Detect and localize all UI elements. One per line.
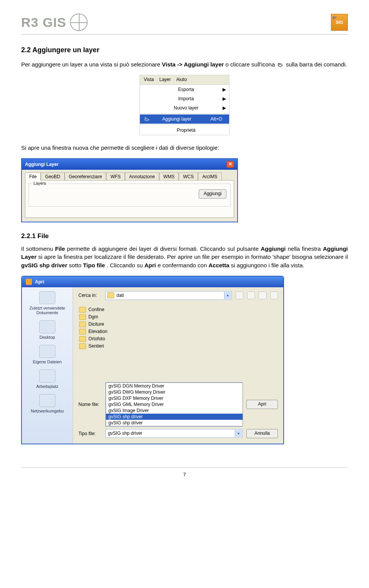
tipo-file-combo[interactable]: gvSIG shp driver ▾ bbox=[105, 429, 243, 438]
lookin-combo[interactable]: dati ▾ bbox=[105, 291, 232, 300]
chevron-right-icon: ▶ bbox=[221, 96, 226, 101]
globe-icon bbox=[70, 13, 88, 31]
menu-vista[interactable]: Vista bbox=[144, 77, 154, 82]
lookin-label: Cerca in: bbox=[78, 293, 101, 298]
chevron-down-icon[interactable]: ▾ bbox=[224, 292, 231, 299]
chevron-down-icon[interactable]: ▾ bbox=[235, 430, 242, 437]
tab-geobd[interactable]: GeoBD bbox=[41, 172, 64, 181]
dialog-aggiungi-layer: Aggiungi Layer ✕ File GeoBD Georeferenzi… bbox=[21, 158, 238, 222]
gvsig-badge: gv SIG bbox=[331, 14, 348, 31]
page-number: 7 bbox=[183, 472, 186, 477]
name-label: Nome file: bbox=[78, 402, 101, 407]
menu-item-esporta[interactable]: Esporta ▶ bbox=[140, 85, 229, 94]
driver-option[interactable]: gvSIG DGN Memory Driver bbox=[106, 383, 243, 389]
annulla-button[interactable]: Annulla bbox=[246, 429, 278, 438]
place-recent[interactable]: Zuletzt verwendete Dokumente bbox=[24, 291, 70, 315]
menu-item-importa[interactable]: Importa ▶ bbox=[140, 94, 229, 103]
tab-strip: File GeoBD Georeferenziare WFS Annotazio… bbox=[22, 170, 237, 180]
folder-item[interactable]: Sentieri bbox=[79, 343, 278, 349]
new-folder-icon[interactable] bbox=[247, 292, 255, 299]
driver-option-selected[interactable]: gvSIG shp driver bbox=[106, 414, 243, 420]
add-layer-icon bbox=[143, 116, 151, 122]
folder-icon bbox=[79, 343, 86, 349]
apri-button[interactable]: Apri bbox=[246, 400, 278, 409]
driver-option[interactable]: gvSIG GML Memory Driver bbox=[106, 401, 243, 407]
menu-item-nuovo-layer[interactable]: Nuovo layer ▶ bbox=[140, 103, 229, 113]
up-folder-icon[interactable] bbox=[236, 292, 243, 299]
section-title: 2.2 Aggiungere un layer bbox=[21, 46, 348, 54]
aggiungi-button[interactable]: Aggiungi bbox=[199, 189, 226, 199]
folder-icon bbox=[79, 329, 86, 335]
folder-icon bbox=[79, 336, 86, 342]
vista-menu: Vista Layer Aiuto Esporta ▶ Importa ▶ Nu… bbox=[140, 75, 229, 135]
menu-item-proprieta[interactable]: Proprietá bbox=[140, 126, 229, 135]
folder-icon bbox=[79, 321, 86, 327]
tab-wms[interactable]: WMS bbox=[159, 172, 179, 181]
driver-option[interactable]: gvSIG shp driver bbox=[106, 420, 243, 426]
folder-icon bbox=[79, 307, 86, 313]
folder-list: Confine Dgm Diciture Elevation Ortofoto … bbox=[78, 305, 278, 380]
add-layer-icon bbox=[277, 62, 283, 68]
apri-app-icon bbox=[26, 279, 32, 285]
tab-georef[interactable]: Georeferenziare bbox=[65, 172, 106, 181]
folder-item[interactable]: Elevation bbox=[79, 329, 278, 335]
page-footer: 7 bbox=[21, 467, 348, 477]
folder-item[interactable]: Dgm bbox=[79, 314, 278, 320]
folder-item[interactable]: Diciture bbox=[79, 321, 278, 327]
menu-layer[interactable]: Layer bbox=[159, 77, 171, 82]
dialog-titlebar: Aggiungi Layer ✕ bbox=[22, 159, 237, 170]
chevron-right-icon: ▶ bbox=[221, 87, 226, 92]
tab-file[interactable]: File bbox=[25, 172, 41, 181]
close-icon[interactable]: ✕ bbox=[226, 161, 234, 168]
place-computer[interactable]: Arbeitsplatz bbox=[24, 369, 70, 389]
tab-annot[interactable]: Annotazione bbox=[125, 172, 159, 181]
brand-logo: R3 GIS bbox=[21, 13, 88, 31]
tab-wcs[interactable]: WCS bbox=[179, 172, 198, 181]
dialog-titlebar: Apri bbox=[22, 277, 283, 287]
page-header: R3 GIS gv SIG bbox=[21, 13, 348, 35]
tab-arcims[interactable]: ArcIMS bbox=[198, 172, 221, 181]
menu-aiuto[interactable]: Aiuto bbox=[176, 77, 187, 82]
menu-bar: Vista Layer Aiuto bbox=[140, 75, 229, 84]
filename-combo[interactable]: gvSIG DGN Memory Driver gvSIG DWG Memory… bbox=[105, 382, 243, 427]
type-label: Tipo file: bbox=[78, 431, 101, 436]
folder-item[interactable]: Confine bbox=[79, 307, 278, 313]
layers-frame: Layers Aggiungi bbox=[28, 184, 231, 207]
driver-list[interactable]: gvSIG DGN Memory Driver gvSIG DWG Memory… bbox=[106, 383, 243, 426]
place-mydocs[interactable]: Eigene Dateien bbox=[24, 345, 70, 364]
places-bar: Zuletzt verwendete Dokumente Desktop Eig… bbox=[22, 287, 73, 444]
folder-icon bbox=[79, 314, 86, 320]
subsection-para: Il sottomenu File permette di aggiungere… bbox=[21, 245, 348, 270]
tab-wfs[interactable]: WFS bbox=[106, 172, 125, 181]
view-details-icon[interactable] bbox=[270, 292, 278, 299]
chevron-right-icon: ▶ bbox=[221, 105, 226, 111]
folder-item[interactable]: Ortofoto bbox=[79, 336, 278, 342]
section-intro: Per aggiungere un layer a una vista si p… bbox=[21, 60, 348, 69]
dialog-apri: Apri Zuletzt verwendete Dokumente Deskto… bbox=[21, 276, 284, 444]
driver-option[interactable]: gvSIG Image Driver bbox=[106, 407, 243, 414]
subsection-title: 2.2.1 File bbox=[21, 232, 348, 240]
menu-item-aggiungi-layer[interactable]: Aggiungi layer Alt+O bbox=[140, 114, 229, 124]
driver-option[interactable]: gvSIG DWG Memory Driver bbox=[106, 389, 243, 395]
driver-option[interactable]: gvSIG DXF Memory Driver bbox=[106, 395, 243, 401]
place-network[interactable]: Netzwerkumgebu bbox=[24, 394, 70, 413]
folder-icon bbox=[107, 292, 114, 298]
view-list-icon[interactable] bbox=[259, 292, 266, 299]
after-menu-text: Si apre una finestra nuova che permette … bbox=[21, 144, 348, 152]
brand-text: R3 GIS bbox=[21, 15, 66, 30]
place-desktop[interactable]: Desktop bbox=[24, 320, 70, 340]
